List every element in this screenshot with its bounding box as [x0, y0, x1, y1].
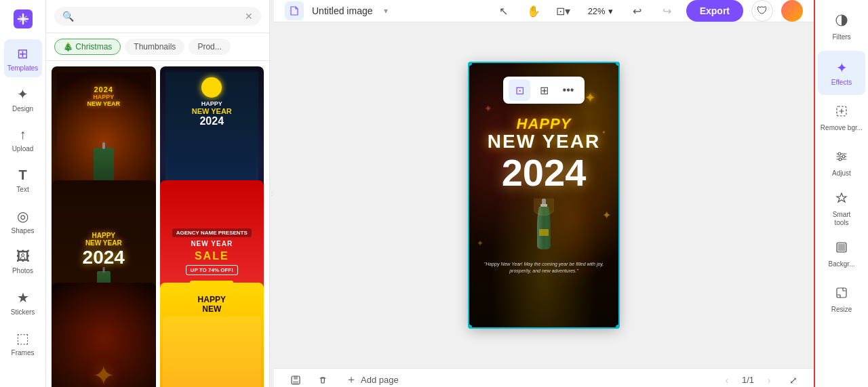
user-avatar[interactable]	[781, 0, 803, 22]
resize-icon	[835, 286, 848, 303]
cursor-tool-button[interactable]: ↖	[493, 0, 515, 22]
frame-view-button[interactable]: ⊡	[509, 79, 530, 101]
next-page-button[interactable]: ›	[760, 371, 778, 388]
canvas-year-text: 2024	[502, 154, 587, 192]
templates-grid: 2024 HAPPY NEW YEAR "Happy New Year..." …	[46, 61, 269, 387]
smart-tools-label: Smarttools	[833, 211, 851, 227]
search-input-wrap: 🔍 new year templates ✕	[54, 7, 261, 26]
background-panel-item[interactable]: Backgr...	[818, 232, 865, 277]
canvas-happy-text: HAPPY	[517, 116, 572, 132]
shield-button[interactable]: 🛡	[751, 0, 773, 22]
left-navigation: ⊞ Templates ✦ Design ↑ Upload T Text ◎ S…	[0, 0, 46, 387]
adjust-panel-item[interactable]: Adjust	[818, 142, 865, 186]
search-bar: 🔍 new year templates ✕	[46, 0, 269, 33]
svg-rect-6	[294, 376, 298, 380]
svg-rect-7	[293, 381, 298, 384]
search-input[interactable]: new year templates	[78, 12, 241, 22]
remove-bg-icon	[835, 104, 848, 121]
main-canvas-area: Untitled image ▾ ↖ ✋ ⊡▾ 22% ▾ ↩ ↪ Export…	[274, 0, 814, 387]
document-icon	[285, 1, 304, 20]
templates-panel: 🔍 new year templates ✕ 🎄 Christmas Thumb…	[46, 0, 270, 387]
page-navigation: ‹ 1/1 › ⤢	[717, 371, 803, 388]
remove-bg-label: Remove bgr...	[821, 124, 863, 132]
search-icon: 🔍	[62, 11, 74, 22]
hand-tool-button[interactable]: ✋	[523, 0, 545, 22]
effects-panel-item[interactable]: ✦ Effects	[818, 51, 865, 95]
app-logo[interactable]	[11, 7, 35, 31]
text-icon: T	[18, 167, 26, 183]
sidebar-item-photos[interactable]: 🖼 Photos	[4, 243, 42, 281]
template-card[interactable]: HAPPY NEW	[160, 283, 264, 387]
add-page-icon: ＋	[346, 373, 357, 387]
filter-tag-prod[interactable]: Prod...	[189, 39, 230, 55]
selection-handle-br[interactable]	[616, 325, 618, 327]
template-card[interactable]: ✦	[52, 283, 156, 387]
canvas-caption: "Happy New Year! May the coming year be …	[469, 261, 618, 274]
svg-point-4	[534, 199, 554, 216]
zoom-control[interactable]: 22% ▾	[583, 3, 618, 19]
background-label: Backgr...	[829, 260, 855, 268]
canvas-wrapper: Page 1 - B... ⊞ ⊡ ⊞ ••• ✦ ✦ ★ ✦ ✦ ✦	[274, 22, 814, 368]
remove-background-panel-item[interactable]: Remove bgr...	[818, 96, 865, 140]
top-toolbar: Untitled image ▾ ↖ ✋ ⊡▾ 22% ▾ ↩ ↪ Export…	[274, 0, 814, 22]
shapes-icon: ◎	[17, 208, 28, 224]
canvas-new-year-text: NEW YEAR	[488, 132, 600, 151]
sidebar-item-frames[interactable]: ⬚ Frames	[4, 324, 42, 362]
filters-icon	[835, 14, 848, 30]
svg-point-11	[842, 155, 845, 158]
delete-button[interactable]	[312, 369, 334, 388]
sidebar-item-stickers[interactable]: ★ Stickers	[4, 283, 42, 321]
right-panel: Filters ✦ Effects Remove bgr... Adjust	[814, 0, 868, 387]
champagne-bottle	[534, 199, 554, 256]
upload-icon: ↑	[20, 127, 26, 142]
sidebar-item-text[interactable]: T Text	[4, 161, 42, 199]
svg-rect-15	[837, 288, 846, 298]
document-title[interactable]: Untitled image	[312, 5, 373, 16]
sidebar-item-templates[interactable]: ⊞ Templates	[4, 39, 42, 77]
templates-icon: ⊞	[17, 45, 28, 62]
view-options-button[interactable]: ⊡▾	[553, 0, 574, 22]
zoom-dropdown-icon: ▾	[608, 6, 613, 16]
smart-tools-panel-item[interactable]: Smarttools	[818, 187, 865, 231]
sidebar-item-shapes[interactable]: ◎ Shapes	[4, 202, 42, 240]
add-page-button[interactable]: ＋ Add page	[339, 369, 406, 387]
svg-point-10	[838, 152, 841, 155]
more-options-button[interactable]: •••	[557, 79, 579, 101]
canvas-floating-toolbar: ⊡ ⊞ •••	[503, 77, 585, 104]
filter-tags-bar: 🎄 Christmas Thumbnails Prod...	[46, 33, 269, 61]
sidebar-item-design[interactable]: ✦ Design	[4, 80, 42, 118]
resize-panel-item[interactable]: Resize	[818, 278, 865, 322]
zoom-value: 22%	[588, 6, 606, 16]
effects-icon: ✦	[836, 60, 848, 76]
svg-point-12	[839, 158, 842, 161]
design-icon: ✦	[17, 86, 28, 102]
redo-button[interactable]: ↪	[656, 0, 678, 22]
effects-label: Effects	[831, 79, 852, 87]
smart-tools-icon	[835, 191, 848, 208]
adjust-label: Adjust	[832, 169, 851, 178]
resize-label: Resize	[831, 306, 852, 314]
filter-tag-christmas[interactable]: 🎄 Christmas	[54, 39, 121, 55]
expand-button[interactable]: ⤢	[784, 371, 803, 388]
stickers-icon: ★	[17, 289, 29, 306]
prev-page-button[interactable]: ‹	[717, 371, 736, 388]
save-button[interactable]	[285, 369, 307, 388]
svg-rect-3	[539, 229, 549, 236]
grid-view-button[interactable]: ⊞	[533, 79, 555, 101]
filters-label: Filters	[832, 33, 850, 41]
title-dropdown-arrow[interactable]: ▾	[384, 6, 388, 16]
search-clear-button[interactable]: ✕	[245, 11, 253, 22]
background-icon	[835, 241, 848, 258]
undo-button[interactable]: ↩	[627, 0, 648, 22]
adjust-icon	[835, 150, 848, 167]
frames-icon: ⬚	[16, 330, 29, 346]
export-button[interactable]: Export	[686, 0, 743, 22]
filters-panel-item[interactable]: Filters	[818, 5, 865, 49]
svg-rect-14	[838, 244, 845, 251]
bottom-toolbar: ＋ Add page ‹ 1/1 › ⤢	[274, 368, 814, 387]
sidebar-item-upload[interactable]: ↑ Upload	[4, 121, 42, 159]
photos-icon: 🖼	[16, 249, 30, 264]
filter-tag-thumbnails[interactable]: Thumbnails	[125, 39, 184, 55]
add-page-label: Add page	[361, 375, 399, 385]
page-count: 1/1	[742, 375, 754, 385]
